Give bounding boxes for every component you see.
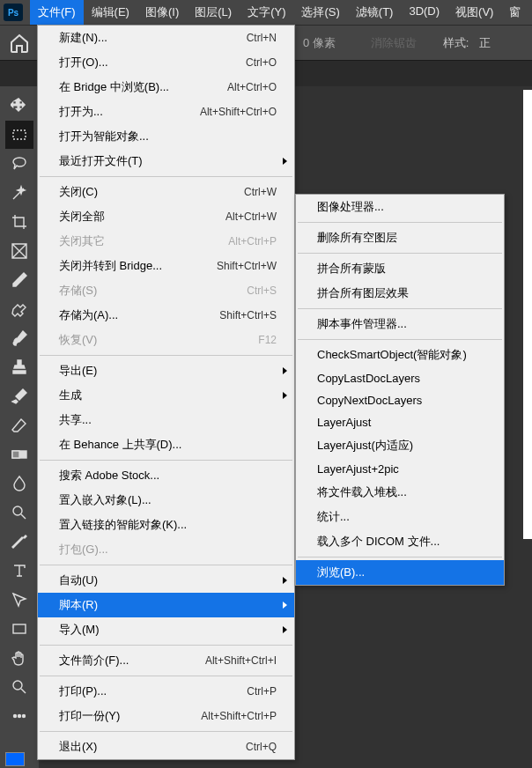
tool-eraser[interactable] xyxy=(5,411,33,439)
script-menu-item-12[interactable]: LayerAjust xyxy=(296,411,504,433)
file-menu-item-20[interactable]: 搜索 Adobe Stock... xyxy=(38,463,294,488)
file-menu-label: 导出(E) xyxy=(59,363,277,379)
file-menu-shortcut: Ctrl+W xyxy=(244,186,277,198)
file-menu-item-7[interactable]: 关闭(C)Ctrl+W xyxy=(38,180,294,204)
menu-3D(D)[interactable]: 3D(D) xyxy=(401,0,447,25)
script-menu-item-13[interactable]: LayerAjust(内适应) xyxy=(296,433,504,458)
menu-窗[interactable]: 窗 xyxy=(501,0,528,25)
home-icon[interactable] xyxy=(9,33,30,54)
file-menu-item-29[interactable]: 文件简介(F)...Alt+Shift+Ctrl+I xyxy=(38,648,294,673)
script-menu-item-0[interactable]: 图像处理器... xyxy=(296,195,504,219)
menu-视图(V)[interactable]: 视图(V) xyxy=(447,0,501,25)
submenu-arrow-icon xyxy=(283,602,287,609)
file-menu-item-11: 存储(S)Ctrl+S xyxy=(38,278,294,303)
file-menu-item-2[interactable]: 在 Bridge 中浏览(B)...Alt+Ctrl+O xyxy=(38,75,294,100)
menu-滤镜(T)[interactable]: 滤镜(T) xyxy=(348,0,402,25)
tool-wand[interactable] xyxy=(5,179,33,207)
file-menu-item-34[interactable]: 退出(X)Ctrl+Q xyxy=(38,735,294,759)
file-menu-item-31[interactable]: 打印(P)...Ctrl+P xyxy=(38,679,294,704)
script-menu-label: 浏览(B)... xyxy=(317,565,486,580)
tool-gradient[interactable] xyxy=(5,440,33,469)
tool-history[interactable] xyxy=(5,382,33,410)
tool-path[interactable] xyxy=(5,586,33,614)
tool-blur[interactable] xyxy=(5,469,33,498)
file-menu-separator xyxy=(40,460,292,461)
foreground-color-swatch[interactable] xyxy=(5,752,25,766)
menu-图像(I)[interactable]: 图像(I) xyxy=(137,0,187,25)
tool-healing[interactable] xyxy=(5,295,33,323)
file-menu-separator xyxy=(40,355,292,356)
menu-文字(Y)[interactable]: 文字(Y) xyxy=(240,0,293,25)
tool-crop[interactable] xyxy=(5,208,33,236)
file-menu-item-0[interactable]: 新建(N)...Ctrl+N xyxy=(38,26,294,50)
file-menu-label: 关闭(C) xyxy=(59,184,228,200)
file-menu-shortcut: F12 xyxy=(258,334,277,346)
script-menu-label: 载入多个 DICOM 文件... xyxy=(317,534,486,550)
script-menu-separator xyxy=(298,308,502,309)
svg-point-5 xyxy=(13,681,22,690)
script-menu-item-5[interactable]: 拼合所有图层效果 xyxy=(296,281,504,306)
file-menu-item-25[interactable]: 自动(U) xyxy=(38,568,294,593)
file-menu-item-8[interactable]: 关闭全部Alt+Ctrl+W xyxy=(38,204,294,229)
tool-type[interactable] xyxy=(5,557,33,585)
canvas-fragment xyxy=(523,90,532,539)
file-menu-item-1[interactable]: 打开(O)...Ctrl+O xyxy=(38,50,294,75)
file-menu-item-21[interactable]: 置入嵌入对象(L)... xyxy=(38,488,294,513)
file-menu-item-27[interactable]: 导入(M) xyxy=(38,617,294,642)
file-menu-item-17[interactable]: 共享... xyxy=(38,408,294,432)
script-menu-item-16[interactable]: 统计... xyxy=(296,505,504,529)
tool-rectangle[interactable] xyxy=(5,615,33,643)
script-menu-item-19[interactable]: 浏览(B)... xyxy=(296,560,504,585)
opt-style-label: 样式: xyxy=(443,35,469,51)
script-menu-item-4[interactable]: 拼合所有蒙版 xyxy=(296,256,504,281)
script-menu-item-9[interactable]: CheckSmartObject(智能对象) xyxy=(296,343,504,367)
tool-zoom[interactable] xyxy=(5,673,33,701)
tool-pen[interactable] xyxy=(5,528,33,556)
script-menu-separator xyxy=(298,253,502,254)
tool-hand[interactable] xyxy=(5,644,33,672)
file-menu-item-15[interactable]: 导出(E) xyxy=(38,358,294,383)
file-menu-label: 置入嵌入对象(L)... xyxy=(59,492,277,508)
script-menu-item-17[interactable]: 载入多个 DICOM 文件... xyxy=(296,529,504,554)
tool-move[interactable] xyxy=(5,92,33,120)
menu-选择(S)[interactable]: 选择(S) xyxy=(293,0,347,25)
file-menu-item-32[interactable]: 打印一份(Y)Alt+Shift+Ctrl+P xyxy=(38,704,294,728)
submenu-arrow-icon xyxy=(283,392,287,399)
tool-lasso[interactable] xyxy=(5,150,33,178)
script-menu-label: CopyLastDocLayers xyxy=(317,372,486,385)
script-menu-item-11[interactable]: CopyNextDocLayers xyxy=(296,389,504,411)
file-menu-label: 最近打开文件(T) xyxy=(59,153,277,169)
file-menu-item-10[interactable]: 关闭并转到 Bridge...Shift+Ctrl+W xyxy=(38,254,294,278)
tool-stamp[interactable] xyxy=(5,353,33,381)
file-menu-item-3[interactable]: 打开为...Alt+Shift+Ctrl+O xyxy=(38,100,294,124)
file-menu-shortcut: Ctrl+O xyxy=(246,56,277,69)
file-menu-label: 生成 xyxy=(59,388,277,403)
menu-图层(L)[interactable]: 图层(L) xyxy=(187,0,240,25)
script-menu-label: 删除所有空图层 xyxy=(317,230,486,246)
file-menu-shortcut: Alt+Ctrl+W xyxy=(225,210,277,223)
script-menu-item-2[interactable]: 删除所有空图层 xyxy=(296,225,504,250)
file-menu-item-12[interactable]: 存储为(A)...Shift+Ctrl+S xyxy=(38,303,294,328)
menu-文件(F)[interactable]: 文件(F) xyxy=(30,0,84,25)
tool-brush[interactable] xyxy=(5,324,33,352)
tool-frame[interactable] xyxy=(5,237,33,265)
file-menu-shortcut: Ctrl+S xyxy=(247,284,277,297)
file-menu-item-16[interactable]: 生成 xyxy=(38,383,294,408)
script-menu-item-10[interactable]: CopyLastDocLayers xyxy=(296,367,504,389)
file-menu-item-4[interactable]: 打开为智能对象... xyxy=(38,124,294,149)
file-menu-item-18[interactable]: 在 Behance 上共享(D)... xyxy=(38,432,294,457)
file-menu-item-22[interactable]: 置入链接的智能对象(K)... xyxy=(38,513,294,537)
file-menu-item-5[interactable]: 最近打开文件(T) xyxy=(38,149,294,174)
file-menu-item-26[interactable]: 脚本(R) xyxy=(38,593,294,617)
file-menu-label: 共享... xyxy=(59,412,277,428)
tool-dodge[interactable] xyxy=(5,498,33,527)
menu-编辑(E)[interactable]: 编辑(E) xyxy=(84,0,137,25)
tool-marquee[interactable] xyxy=(5,121,33,149)
script-menu-label: CheckSmartObject(智能对象) xyxy=(317,347,486,363)
script-menu-item-15[interactable]: 将文件载入堆栈... xyxy=(296,480,504,505)
file-menu-item-9: 关闭其它Alt+Ctrl+P xyxy=(38,229,294,254)
tool-more[interactable] xyxy=(5,702,33,730)
script-menu-item-7[interactable]: 脚本事件管理器... xyxy=(296,312,504,336)
script-menu-item-14[interactable]: LayerAjust+2pic xyxy=(296,458,504,480)
tool-eyedropper[interactable] xyxy=(5,266,33,294)
